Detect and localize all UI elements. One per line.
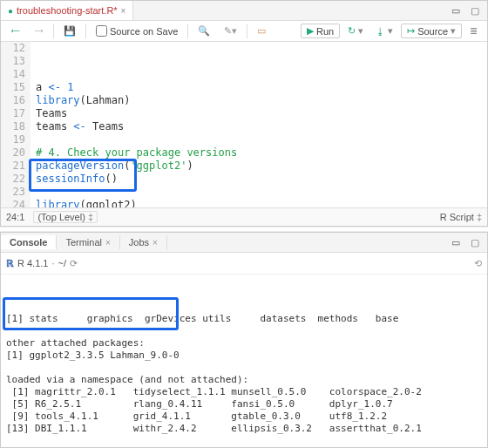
source-editor-pane: ● troubleshooting-start.R* × ▭ ▢ ⭠ ⭢ 💾 S… (0, 0, 488, 227)
tab-jobs[interactable]: Jobs× (120, 235, 167, 249)
line-gutter: 12131415161718192021222324252627 (1, 42, 30, 207)
close-icon[interactable]: × (152, 238, 158, 248)
source-on-save-checkbox[interactable] (96, 25, 107, 37)
go-to-button[interactable]: ⭳▾ (371, 24, 397, 38)
console-output[interactable]: [1] stats graphics grDevices utils datas… (1, 275, 487, 435)
source-button[interactable]: ↦ Source ▾ (401, 24, 462, 38)
source-label: Source (417, 26, 448, 37)
broom-icon: ⟲ (474, 258, 482, 268)
wand-icon: ✎▾ (224, 25, 237, 37)
close-icon[interactable]: × (121, 6, 126, 16)
code-editor[interactable]: 12131415161718192021222324252627 a <- 1l… (1, 42, 487, 207)
r-version: R 4.1.1 (17, 258, 48, 268)
clear-console-button[interactable]: ⟲ (474, 258, 482, 269)
editor-toolbar: ⭠ ⭢ 💾 Source on Save 🔍 ✎▾ ▭ ▶ Run ↻▾ ⭳▾ … (1, 21, 487, 42)
file-tab[interactable]: ● troubleshooting-start.R* × (1, 1, 133, 20)
wand-button[interactable]: ✎▾ (220, 24, 241, 38)
rerun-button[interactable]: ↻▾ (343, 24, 368, 38)
console-pane: Console Terminal× Jobs× ▭ ▢ ℝ R 4.1.1 · … (0, 232, 488, 448)
find-button[interactable]: 🔍 (193, 24, 214, 38)
minimize-icon[interactable]: ▭ (449, 3, 463, 17)
run-button[interactable]: ▶ Run (301, 24, 340, 38)
maximize-icon[interactable]: ▢ (468, 3, 482, 17)
r-logo-icon: ℝ (6, 258, 14, 269)
maximize-icon[interactable]: ▢ (468, 235, 482, 249)
source-icon: ↦ (407, 25, 415, 37)
editor-statusbar: 24:1 (Top Level) ‡ R Script ‡ (1, 207, 487, 226)
code-area[interactable]: a <- 1library(Lahman)Teamsteams <- Teams… (30, 42, 288, 207)
outline-button[interactable]: ≣ (465, 24, 482, 38)
cursor-position: 24:1 (6, 212, 24, 222)
source-on-save-toggle[interactable]: Source on Save (92, 24, 182, 38)
file-icon: ● (8, 6, 13, 16)
forward-button[interactable]: ⭢ (30, 24, 48, 38)
wd-dropdown-icon[interactable]: ⟳ (70, 258, 78, 269)
close-icon[interactable]: × (105, 238, 111, 248)
minimize-icon[interactable]: ▭ (449, 235, 463, 249)
back-button[interactable]: ⭠ (6, 24, 24, 38)
language-mode[interactable]: R Script ‡ (440, 212, 482, 222)
editor-tab-bar: ● troubleshooting-start.R* × ▭ ▢ (1, 1, 487, 21)
tab-terminal[interactable]: Terminal× (57, 235, 119, 249)
notebook-icon: ▭ (257, 25, 266, 37)
working-dir: ~/ (58, 258, 66, 268)
file-tab-label: troubleshooting-start.R* (17, 5, 118, 16)
console-tab-bar: Console Terminal× Jobs× ▭ ▢ (1, 233, 487, 253)
outline-icon: ≣ (470, 25, 478, 37)
tab-console[interactable]: Console (1, 235, 57, 249)
source-on-save-label: Source on Save (110, 26, 178, 37)
run-label: Run (316, 26, 334, 37)
run-icon: ▶ (307, 25, 314, 37)
console-subbar: ℝ R 4.1.1 · ~/ ⟳ ⟲ (1, 253, 487, 275)
scope-selector[interactable]: (Top Level) ‡ (33, 211, 98, 223)
notebook-button[interactable]: ▭ (253, 24, 270, 38)
search-icon: 🔍 (198, 25, 210, 37)
save-button[interactable]: 💾 (59, 24, 80, 38)
